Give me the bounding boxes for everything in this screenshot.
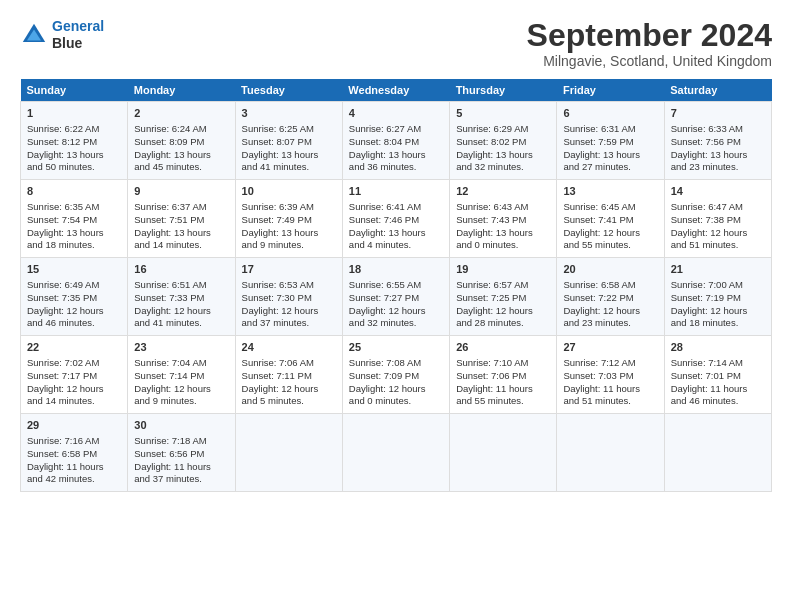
calendar-cell: 15Sunrise: 6:49 AMSunset: 7:35 PMDayligh… [21, 258, 128, 336]
sunset-label: Sunset: 7:51 PM [134, 214, 204, 225]
calendar-cell: 19Sunrise: 6:57 AMSunset: 7:25 PMDayligh… [450, 258, 557, 336]
day-number: 7 [671, 106, 765, 121]
sunrise-label: Sunrise: 7:12 AM [563, 357, 635, 368]
sunset-label: Sunset: 7:43 PM [456, 214, 526, 225]
col-tuesday: Tuesday [235, 79, 342, 102]
header-row: Sunday Monday Tuesday Wednesday Thursday… [21, 79, 772, 102]
sunset-label: Sunset: 7:03 PM [563, 370, 633, 381]
day-number: 9 [134, 184, 228, 199]
daylight-label: Daylight: 12 hours and 0 minutes. [349, 383, 426, 407]
title-block: September 2024 Milngavie, Scotland, Unit… [527, 18, 772, 69]
sunset-label: Sunset: 7:49 PM [242, 214, 312, 225]
daylight-label: Daylight: 13 hours and 0 minutes. [456, 227, 533, 251]
logo-icon [20, 21, 48, 49]
day-number: 18 [349, 262, 443, 277]
sunrise-label: Sunrise: 7:04 AM [134, 357, 206, 368]
daylight-label: Daylight: 11 hours and 46 minutes. [671, 383, 748, 407]
sunset-label: Sunset: 8:12 PM [27, 136, 97, 147]
sunrise-label: Sunrise: 6:47 AM [671, 201, 743, 212]
sunrise-label: Sunrise: 6:41 AM [349, 201, 421, 212]
sunset-label: Sunset: 7:54 PM [27, 214, 97, 225]
daylight-label: Daylight: 13 hours and 14 minutes. [134, 227, 211, 251]
sunrise-label: Sunrise: 7:10 AM [456, 357, 528, 368]
day-number: 10 [242, 184, 336, 199]
calendar-cell: 30Sunrise: 7:18 AMSunset: 6:56 PMDayligh… [128, 414, 235, 492]
calendar-cell [450, 414, 557, 492]
sunset-label: Sunset: 7:27 PM [349, 292, 419, 303]
daylight-label: Daylight: 13 hours and 32 minutes. [456, 149, 533, 173]
daylight-label: Daylight: 13 hours and 9 minutes. [242, 227, 319, 251]
calendar-cell: 29Sunrise: 7:16 AMSunset: 6:58 PMDayligh… [21, 414, 128, 492]
day-number: 26 [456, 340, 550, 355]
sunrise-label: Sunrise: 6:43 AM [456, 201, 528, 212]
day-number: 17 [242, 262, 336, 277]
col-wednesday: Wednesday [342, 79, 449, 102]
daylight-label: Daylight: 13 hours and 36 minutes. [349, 149, 426, 173]
sunrise-label: Sunrise: 6:57 AM [456, 279, 528, 290]
sunrise-label: Sunrise: 6:35 AM [27, 201, 99, 212]
col-saturday: Saturday [664, 79, 771, 102]
day-number: 20 [563, 262, 657, 277]
calendar-cell: 7Sunrise: 6:33 AMSunset: 7:56 PMDaylight… [664, 102, 771, 180]
calendar-cell: 24Sunrise: 7:06 AMSunset: 7:11 PMDayligh… [235, 336, 342, 414]
calendar-body: 1Sunrise: 6:22 AMSunset: 8:12 PMDaylight… [21, 102, 772, 492]
calendar-cell: 6Sunrise: 6:31 AMSunset: 7:59 PMDaylight… [557, 102, 664, 180]
calendar-cell: 16Sunrise: 6:51 AMSunset: 7:33 PMDayligh… [128, 258, 235, 336]
daylight-label: Daylight: 12 hours and 32 minutes. [349, 305, 426, 329]
daylight-label: Daylight: 12 hours and 51 minutes. [671, 227, 748, 251]
daylight-label: Daylight: 11 hours and 55 minutes. [456, 383, 533, 407]
sunrise-label: Sunrise: 6:25 AM [242, 123, 314, 134]
calendar-cell: 5Sunrise: 6:29 AMSunset: 8:02 PMDaylight… [450, 102, 557, 180]
calendar-cell: 21Sunrise: 7:00 AMSunset: 7:19 PMDayligh… [664, 258, 771, 336]
calendar-cell: 4Sunrise: 6:27 AMSunset: 8:04 PMDaylight… [342, 102, 449, 180]
day-number: 5 [456, 106, 550, 121]
day-number: 8 [27, 184, 121, 199]
header: General Blue September 2024 Milngavie, S… [20, 18, 772, 69]
daylight-label: Daylight: 13 hours and 45 minutes. [134, 149, 211, 173]
day-number: 16 [134, 262, 228, 277]
day-number: 28 [671, 340, 765, 355]
sunset-label: Sunset: 7:35 PM [27, 292, 97, 303]
calendar-cell: 25Sunrise: 7:08 AMSunset: 7:09 PMDayligh… [342, 336, 449, 414]
sunset-label: Sunset: 8:07 PM [242, 136, 312, 147]
day-number: 14 [671, 184, 765, 199]
calendar-cell: 9Sunrise: 6:37 AMSunset: 7:51 PMDaylight… [128, 180, 235, 258]
sunset-label: Sunset: 7:06 PM [456, 370, 526, 381]
calendar-cell: 11Sunrise: 6:41 AMSunset: 7:46 PMDayligh… [342, 180, 449, 258]
calendar-cell: 23Sunrise: 7:04 AMSunset: 7:14 PMDayligh… [128, 336, 235, 414]
day-number: 11 [349, 184, 443, 199]
calendar-cell: 26Sunrise: 7:10 AMSunset: 7:06 PMDayligh… [450, 336, 557, 414]
daylight-label: Daylight: 12 hours and 28 minutes. [456, 305, 533, 329]
day-number: 21 [671, 262, 765, 277]
calendar-cell: 27Sunrise: 7:12 AMSunset: 7:03 PMDayligh… [557, 336, 664, 414]
sunset-label: Sunset: 7:33 PM [134, 292, 204, 303]
sunrise-label: Sunrise: 7:08 AM [349, 357, 421, 368]
sunrise-label: Sunrise: 7:18 AM [134, 435, 206, 446]
location: Milngavie, Scotland, United Kingdom [527, 53, 772, 69]
daylight-label: Daylight: 12 hours and 14 minutes. [27, 383, 104, 407]
sunrise-label: Sunrise: 6:53 AM [242, 279, 314, 290]
daylight-label: Daylight: 12 hours and 37 minutes. [242, 305, 319, 329]
day-number: 15 [27, 262, 121, 277]
sunrise-label: Sunrise: 7:16 AM [27, 435, 99, 446]
day-number: 3 [242, 106, 336, 121]
daylight-label: Daylight: 13 hours and 23 minutes. [671, 149, 748, 173]
sunset-label: Sunset: 7:22 PM [563, 292, 633, 303]
calendar-cell [235, 414, 342, 492]
sunset-label: Sunset: 7:38 PM [671, 214, 741, 225]
calendar-cell: 20Sunrise: 6:58 AMSunset: 7:22 PMDayligh… [557, 258, 664, 336]
daylight-label: Daylight: 11 hours and 51 minutes. [563, 383, 640, 407]
calendar-cell [342, 414, 449, 492]
daylight-label: Daylight: 11 hours and 37 minutes. [134, 461, 211, 485]
sunrise-label: Sunrise: 6:24 AM [134, 123, 206, 134]
calendar-cell: 14Sunrise: 6:47 AMSunset: 7:38 PMDayligh… [664, 180, 771, 258]
daylight-label: Daylight: 12 hours and 5 minutes. [242, 383, 319, 407]
day-number: 30 [134, 418, 228, 433]
sunset-label: Sunset: 7:09 PM [349, 370, 419, 381]
sunset-label: Sunset: 7:17 PM [27, 370, 97, 381]
sunset-label: Sunset: 7:56 PM [671, 136, 741, 147]
sunset-label: Sunset: 7:25 PM [456, 292, 526, 303]
col-sunday: Sunday [21, 79, 128, 102]
calendar-week-5: 29Sunrise: 7:16 AMSunset: 6:58 PMDayligh… [21, 414, 772, 492]
sunset-label: Sunset: 7:11 PM [242, 370, 312, 381]
